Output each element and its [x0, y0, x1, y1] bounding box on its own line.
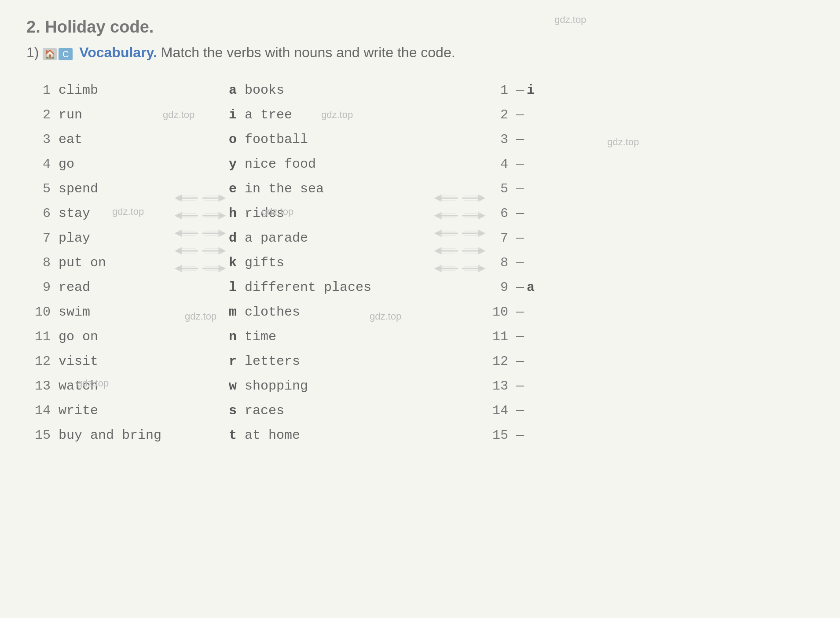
answer-dash-15: —: [516, 428, 524, 443]
noun-letter-n: n: [229, 329, 245, 344]
verb-num-13: 13: [26, 379, 51, 394]
verb-word-12: visit: [59, 354, 98, 369]
c-icon: C: [59, 48, 73, 60]
answer-dash-4: —: [516, 157, 524, 172]
verb-num-15: 15: [26, 428, 51, 443]
answer-val-9: a: [527, 280, 535, 295]
noun-row-a: a books: [229, 83, 458, 98]
noun-row-o: o football: [229, 132, 458, 147]
answer-num-4: 4: [484, 157, 508, 172]
verb-word-15: buy and bring: [59, 428, 161, 443]
verb-word-2: run: [59, 107, 82, 122]
verb-num-12: 12: [26, 354, 51, 369]
verb-word-9: read: [59, 280, 90, 295]
verb-num-2: 2: [26, 107, 51, 122]
noun-row-w: w shopping: [229, 379, 458, 394]
noun-letter-m: m: [229, 305, 245, 320]
verb-row-14: 14 write: [26, 403, 211, 418]
noun-phrase-d: a parade: [245, 231, 308, 246]
noun-phrase-s: races: [245, 403, 284, 418]
noun-row-l: l different places: [229, 280, 458, 295]
noun-row-d: d a parade: [229, 231, 458, 246]
verb-num-6: 6: [26, 206, 51, 221]
noun-phrase-w: shopping: [245, 379, 308, 394]
verb-word-8: put on: [59, 255, 106, 270]
answer-num-3: 3: [484, 132, 508, 147]
icons-area: 🏠 C: [43, 48, 73, 60]
verb-word-7: play: [59, 231, 90, 246]
verb-row-3: 3 eat: [26, 132, 211, 147]
verb-word-1: climb: [59, 83, 98, 98]
arrows-right: [431, 189, 488, 288]
noun-letter-s: s: [229, 403, 245, 418]
answer-dash-5: —: [516, 181, 524, 196]
noun-phrase-h: rides: [245, 206, 284, 221]
answer-dash-6: —: [516, 206, 524, 221]
verb-word-6: stay: [59, 206, 90, 221]
noun-phrase-o: football: [245, 132, 308, 147]
answer-dash-14: —: [516, 403, 524, 418]
verb-word-3: eat: [59, 132, 82, 147]
answer-dash-11: —: [516, 329, 524, 344]
answer-row-2: 2 —: [484, 107, 581, 122]
verb-row-10: 10 swim: [26, 305, 211, 320]
answer-row-4: 4 —: [484, 157, 581, 172]
answer-num-14: 14: [484, 403, 508, 418]
answer-dash-10: —: [516, 305, 524, 320]
vocabulary-label: Vocabulary.: [79, 44, 157, 60]
answer-dash-12: —: [516, 354, 524, 369]
noun-row-r: r letters: [229, 354, 458, 369]
verb-word-13: watch: [59, 379, 98, 394]
noun-phrase-t: at home: [245, 428, 300, 443]
verb-row-15: 15 buy and bring: [26, 428, 211, 443]
answer-num-2: 2: [484, 107, 508, 122]
verb-num-3: 3: [26, 132, 51, 147]
noun-phrase-r: letters: [245, 354, 300, 369]
answer-dash-7: —: [516, 231, 524, 246]
house-icon: 🏠: [43, 48, 57, 60]
answer-row-3: 3 —: [484, 132, 581, 147]
answer-val-1: i: [527, 83, 535, 98]
item-number: 1): [26, 44, 39, 60]
answer-dash-9: —: [516, 280, 524, 295]
noun-letter-t: t: [229, 428, 245, 443]
verb-word-4: go: [59, 157, 74, 172]
noun-letter-e: e: [229, 181, 245, 196]
verb-num-5: 5: [26, 181, 51, 196]
verb-num-14: 14: [26, 403, 51, 418]
noun-letter-r: r: [229, 354, 245, 369]
verb-num-4: 4: [26, 157, 51, 172]
noun-row-m: m clothes: [229, 305, 458, 320]
noun-row-h: h rides: [229, 206, 458, 221]
verb-num-9: 9: [26, 280, 51, 295]
answer-row-8: 8 —: [484, 255, 581, 270]
content-area: 1 climb 2 run 3 eat 4 go 5 spend 6 stay …: [26, 83, 814, 452]
noun-phrase-m: clothes: [245, 305, 300, 320]
answer-num-13: 13: [484, 379, 508, 394]
noun-row-k: k gifts: [229, 255, 458, 270]
noun-row-e: e in the sea: [229, 181, 458, 196]
answer-num-12: 12: [484, 354, 508, 369]
answer-row-9: 9 — a: [484, 280, 581, 295]
noun-letter-o: o: [229, 132, 245, 147]
verb-word-10: swim: [59, 305, 90, 320]
noun-phrase-n: time: [245, 329, 276, 344]
answer-num-10: 10: [484, 305, 508, 320]
noun-row-s: s races: [229, 403, 458, 418]
nouns-column: a books i a tree o football y nice food …: [211, 83, 458, 452]
answer-row-5: 5 —: [484, 181, 581, 196]
verb-num-11: 11: [26, 329, 51, 344]
verb-word-14: write: [59, 403, 98, 418]
verb-num-10: 10: [26, 305, 51, 320]
verb-num-8: 8: [26, 255, 51, 270]
answer-dash-3: —: [516, 132, 524, 147]
verb-row-11: 11 go on: [26, 329, 211, 344]
verb-num-7: 7: [26, 231, 51, 246]
instruction-line-1: 1) 🏠 C Vocabulary. Match the verbs with …: [26, 44, 814, 61]
answer-row-7: 7 —: [484, 231, 581, 246]
verb-row-2: 2 run: [26, 107, 211, 122]
answer-dash-8: —: [516, 255, 524, 270]
noun-letter-a: a: [229, 83, 245, 98]
verb-row-13: 13 watch: [26, 379, 211, 394]
answer-row-12: 12 —: [484, 354, 581, 369]
